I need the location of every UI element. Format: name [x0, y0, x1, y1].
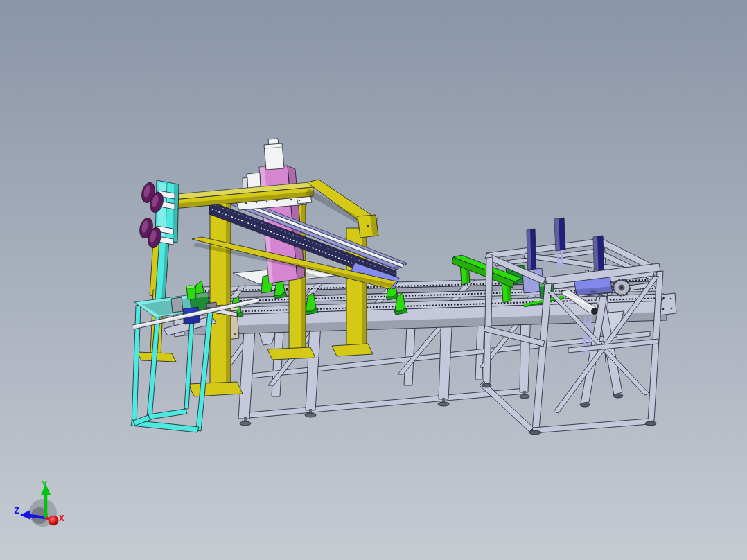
- z-axis-label: Z: [14, 505, 19, 516]
- gear-sprocket[interactable]: [613, 280, 630, 295]
- y-axis-label: Y: [42, 479, 47, 489]
- model-view[interactable]: Y Z X: [0, 0, 747, 560]
- z-axis[interactable]: [29, 516, 46, 518]
- x-axis-label: X: [59, 513, 64, 523]
- x-axis-ball: [49, 516, 58, 525]
- cad-viewport[interactable]: Y Z X: [0, 0, 747, 560]
